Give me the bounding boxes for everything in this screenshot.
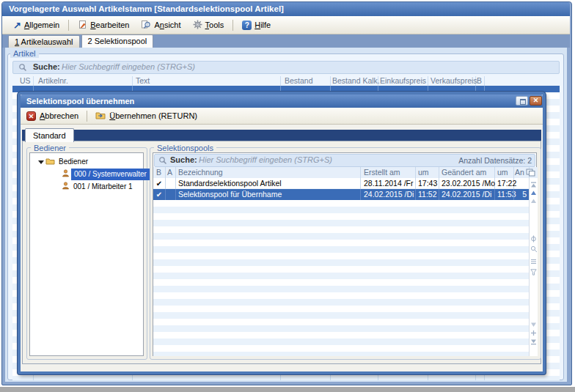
window-title: Vorgelagerte Auswahl Artikelstamm [Stand…	[9, 4, 284, 13]
tab-artikelauswahl[interactable]: 1 Artikelauswahl	[8, 35, 80, 48]
desktop-strip	[0, 387, 575, 392]
menu-label-allgemein: Allgemein	[24, 21, 59, 29]
accept-folder-icon	[95, 111, 106, 121]
row2-bezeichnung: Selektionspool für Übernhame	[178, 189, 282, 200]
artikel-search-placeholder: Hier Suchbegriff eingeben (STRG+S)	[62, 62, 195, 71]
artikel-col-bestand-kalk[interactable]: Bestand Kalk.	[332, 75, 380, 86]
move-icon[interactable]	[530, 329, 537, 338]
search-icon	[18, 63, 27, 73]
row1-check-icon: ✔	[154, 178, 164, 189]
menu-separator	[232, 20, 233, 31]
abbrechen-label: Abbrechen	[40, 111, 78, 120]
edit-page-icon	[78, 20, 87, 31]
artikel-col-artikelnr[interactable]: Artikelnr.	[38, 75, 68, 86]
grid-divider	[513, 189, 514, 200]
row-down-icon[interactable]	[530, 320, 537, 329]
record-count: Anzahl Datensätze: 2	[455, 156, 532, 165]
row1-geaendert-am: 23.02.2015 /Mo	[442, 178, 495, 189]
restore-button[interactable]	[516, 96, 528, 106]
grid-divider	[175, 189, 176, 200]
pools-group-caption: Selektionspools	[154, 144, 216, 152]
folder-icon	[45, 157, 55, 166]
row2-an: 5	[515, 189, 527, 200]
row1-um1: 17:43	[418, 178, 437, 189]
artikel-group-caption: Artikel	[10, 49, 39, 58]
dialog-titlebar[interactable]: Selektionspool übernehmen	[21, 95, 543, 108]
grid-divider	[494, 189, 495, 200]
artikel-col-us[interactable]: US	[20, 75, 31, 86]
dialog-title: Selektionspool übernehmen	[26, 97, 134, 106]
menu-item-tools[interactable]: Tools	[188, 18, 230, 32]
toolbar-separator	[87, 111, 87, 122]
row1-erstellt-am: 28.11.2014 /Fr	[364, 178, 414, 189]
grid-divider	[165, 189, 166, 200]
tab-standard[interactable]: Standard	[25, 128, 74, 142]
row1-um2: 17:22	[497, 178, 516, 189]
tree-item-systemverwalter[interactable]: 000 / Systemverwalter	[71, 169, 150, 180]
user-icon	[62, 169, 70, 179]
menu-item-allgemein[interactable]: ↗ Allgemein	[8, 19, 65, 32]
menu-separator	[68, 20, 69, 31]
tree-expander-icon[interactable]	[38, 160, 44, 164]
col-geaendert-am[interactable]: Geändert am	[442, 167, 486, 178]
row2-um1: 11:52	[418, 189, 437, 200]
artikel-col-bestand[interactable]: Bestand	[285, 75, 313, 86]
filter-icon[interactable]	[530, 268, 537, 277]
col-an[interactable]: An	[515, 167, 524, 178]
menu-item-ansicht[interactable]: Ansicht	[136, 18, 186, 32]
grid-divider	[415, 189, 416, 200]
main-tab-strip: 1 Artikelauswahl 2 Selektionspool	[2, 34, 570, 48]
artikel-col-verkaufspreis[interactable]: Verkaufspreis	[431, 75, 477, 86]
tree-item-mitarbeiter[interactable]: 001 / Mitarbeiter 1	[73, 181, 133, 193]
menu-label-tools: Tools	[205, 21, 224, 29]
row2-check-icon: ✔	[154, 189, 164, 200]
arrow-up-right-icon: ↗	[13, 21, 21, 30]
pin-icon[interactable]	[530, 235, 537, 244]
bediener-group-caption: Bediener	[31, 144, 69, 152]
column-chooser-icon[interactable]	[526, 169, 535, 178]
main-titlebar[interactable]: Vorgelagerte Auswahl Artikelstamm [Stand…	[2, 2, 570, 16]
menu-label-ansicht: Ansicht	[154, 21, 180, 29]
col-um1[interactable]: um	[418, 167, 429, 178]
search-icon	[158, 156, 167, 166]
col-um2[interactable]: um	[497, 167, 508, 178]
zoom-icon[interactable]	[530, 245, 538, 254]
pools-empty-rows[interactable]	[153, 200, 529, 356]
uebernehmen-button[interactable]: Übernehmen (RETURN)	[95, 111, 197, 121]
artikel-col-b[interactable]: B	[477, 75, 482, 86]
close-button[interactable]: ✕	[530, 96, 542, 106]
row1-bezeichnung: Standardselektionspool Artikel	[178, 178, 282, 189]
user-icon	[62, 182, 70, 191]
pools-search-label: Suche:	[170, 155, 197, 164]
artikel-col-einkaufspreis[interactable]: Einkaufspreis	[380, 75, 426, 86]
scroll-bottom-icon[interactable]	[530, 338, 537, 347]
magnifier-page-icon	[141, 20, 151, 31]
dialog-tabstrip	[22, 130, 541, 141]
pools-search-placeholder: Hier Suchbegriff eingeben (STRG+S)	[199, 155, 332, 164]
row2-erstellt-am: 24.02.2015 /Di	[364, 189, 414, 200]
artikel-col-text[interactable]: Text	[136, 75, 150, 86]
cancel-x-icon: ✕	[26, 111, 36, 121]
abbrechen-button[interactable]: ✕ Abbrechen	[26, 111, 78, 121]
tab-selektionspool[interactable]: 2 Selektionspool	[81, 34, 154, 48]
menu-label-hilfe: Hilfe	[254, 21, 271, 29]
restore-icon	[520, 99, 526, 105]
list-icon[interactable]	[530, 257, 537, 266]
row2-geaendert-am: 24.02.2015 /Di	[442, 189, 491, 200]
gear-icon	[193, 20, 202, 31]
col-a[interactable]: A	[167, 167, 172, 178]
menu-item-bearbeiten[interactable]: Bearbeiten	[73, 18, 134, 32]
page-up-icon[interactable]	[530, 196, 537, 205]
menu-item-hilfe[interactable]: ? Hilfe	[237, 19, 276, 32]
dialog-toolbar: ✕ Abbrechen Übernehmen (RETURN)	[21, 108, 543, 125]
grid-divider	[360, 189, 361, 200]
tree-root-label[interactable]: Bediener	[59, 156, 88, 168]
menu-bar: ↗ Allgemein Bearbeiten Ansicht Tools ? H…	[2, 16, 570, 34]
col-erstellt-am[interactable]: Erstellt am	[364, 167, 400, 178]
col-bezeichnung[interactable]: Bezeichnung	[178, 167, 223, 178]
menu-label-bearbeiten: Bearbeiten	[90, 21, 129, 29]
grid-divider	[439, 189, 439, 200]
col-b[interactable]: B	[156, 167, 161, 178]
help-icon: ?	[242, 21, 252, 30]
artikel-search-label: Suche:	[33, 62, 60, 71]
